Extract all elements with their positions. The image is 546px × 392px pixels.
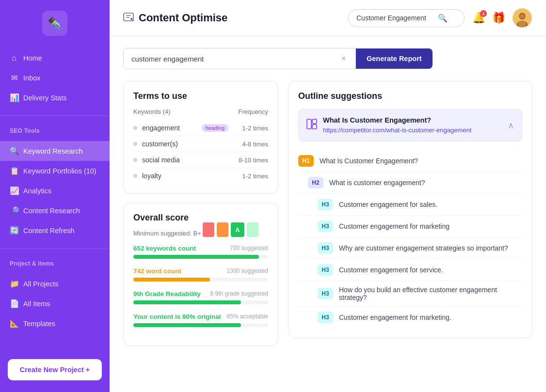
term-row: loyalty 1-2 times [133, 168, 268, 184]
h3-badge-2: H3 [318, 220, 333, 232]
create-project-button[interactable]: Create New Project + [8, 359, 102, 380]
sidebar-item-inbox-label: Inbox [23, 74, 40, 82]
terms-frequency-col: Frequency [239, 108, 268, 115]
metric-wordcount-value: 742 word count [133, 267, 181, 275]
term-frequency: 4-8 times [234, 141, 268, 148]
svg-rect-7 [307, 119, 311, 129]
content-search-box[interactable]: × [123, 48, 356, 69]
term-dot [133, 158, 137, 162]
sidebar-item-all-items-label: All Items [23, 300, 50, 308]
sidebar-divider-2 [0, 248, 110, 249]
topbar: Content Optimise 🔍 🔔 1 🎁 [110, 0, 546, 36]
sidebar-item-keyword-portfolios[interactable]: 📋 Keyword Portfolios (10) [0, 161, 110, 181]
metric-wordcount-suggested: 1300 suggested [227, 267, 268, 274]
clear-search-button[interactable]: × [339, 54, 348, 63]
sidebar-item-content-refresh-label: Content Refresh [23, 227, 75, 235]
metric-wordcount: 742 word count 1300 suggested [133, 267, 268, 282]
metric-original-bar [133, 323, 241, 327]
sidebar-item-analytics-label: Analytics [23, 187, 51, 195]
metric-wordcount-label: 742 word count 1300 suggested [133, 267, 268, 275]
metric-original-bar-bg [133, 323, 268, 327]
h3-badge-1: H3 [318, 199, 333, 210]
sidebar-item-delivery-stats[interactable]: 📊 Delivery Stats [0, 88, 110, 108]
sidebar-project-nav: 📁 All Projects 📄 All Items 📐 Templates [0, 270, 110, 337]
content-research-icon: 🔎 [10, 206, 18, 215]
sidebar-item-content-refresh[interactable]: 🔄 Content Refresh [0, 220, 110, 240]
topbar-search-box[interactable]: 🔍 [348, 9, 465, 27]
sidebar-item-portfolios-label: Keyword Portfolios (10) [23, 167, 96, 175]
sidebar-item-templates-label: Templates [23, 320, 55, 328]
home-icon: ⌂ [10, 54, 18, 63]
metric-keywords: 652 keywords count 700 suggested [133, 245, 268, 259]
heading-list: H1 What Is Customer Engagement? H2 What … [298, 150, 522, 328]
topbar-search-icon: 🔍 [438, 14, 448, 23]
notification-button[interactable]: 🔔 1 [472, 12, 485, 24]
term-dot [133, 142, 137, 146]
heading-item-h3-4: H3 Customer engagement for service. [298, 259, 522, 281]
terms-card-title: Terms to use [133, 91, 268, 101]
all-items-icon: 📄 [10, 299, 18, 308]
all-projects-icon: 📁 [10, 279, 18, 288]
sidebar-item-home[interactable]: ⌂ Home [0, 48, 110, 68]
h3-text-6: Customer engagement for marketing. [339, 314, 451, 321]
term-row: social media 8-10 times [133, 152, 268, 168]
metric-readability-suggested: 8-9th grade suggested [210, 290, 268, 297]
heading-item-h3-1: H3 Customer engagement for sales. [298, 194, 522, 216]
h3-text-2: Customer engagement for marketing [339, 222, 450, 230]
h1-text: What Is Customer Engagement? [320, 157, 418, 165]
topbar-search-input[interactable] [356, 14, 434, 22]
h3-text-1: Customer engagement for sales. [339, 201, 437, 208]
outline-source-url[interactable]: https://competitor.com/what-is-customer-… [323, 126, 471, 134]
right-column: Outline suggestions What Is Customer Eng… [288, 81, 532, 338]
term-badge-heading: heading [202, 124, 228, 132]
sidebar-item-all-projects[interactable]: 📁 All Projects [0, 274, 110, 294]
score-block-light [247, 222, 258, 237]
metric-keywords-value: 652 keywords count [133, 245, 196, 252]
metric-keywords-bar [133, 255, 259, 259]
metric-readability-bar-bg [133, 300, 268, 304]
analytics-icon: 📈 [10, 186, 18, 195]
term-frequency: 1-2 times [234, 125, 268, 132]
h3-badge-3: H3 [318, 242, 333, 254]
sidebar-bottom: Create New Project + [0, 349, 110, 392]
metric-readability-label: 9th Grade Readability 8-9th grade sugges… [133, 290, 268, 298]
page-title-icon [123, 12, 134, 25]
score-header: Overall score A [133, 213, 268, 223]
gift-button[interactable]: 🎁 [492, 12, 505, 24]
generate-report-button[interactable]: Generate Report [356, 48, 433, 69]
term-row: engagement heading 1-2 times [133, 120, 268, 136]
sidebar-item-content-research[interactable]: 🔎 Content Research [0, 201, 110, 220]
term-name: engagement [142, 124, 202, 132]
page-title-area: Content Optimise [123, 12, 340, 25]
h3-text-3: Why are customer engagement strategies s… [339, 244, 508, 252]
h2-text: What is customer engagement? [329, 179, 425, 187]
score-card-title: Overall score [133, 213, 268, 223]
svg-point-1 [130, 18, 132, 20]
outline-source-box: What Is Customer Engagement? https://com… [298, 109, 522, 141]
svg-point-5 [520, 14, 525, 19]
delivery-stats-icon: 📊 [10, 93, 18, 102]
sidebar-item-analytics[interactable]: 📈 Analytics [0, 181, 110, 201]
sidebar-divider-1 [0, 115, 110, 116]
metric-wordcount-bar [133, 278, 210, 282]
avatar-image [513, 9, 531, 27]
h3-badge-5: H3 [318, 288, 333, 299]
sidebar-item-keyword-research[interactable]: 🔍 Keyword Research [0, 141, 110, 161]
sidebar-logo: ✒️ [0, 0, 110, 45]
outline-source-title: What Is Customer Engagement? [323, 116, 471, 124]
content-refresh-icon: 🔄 [10, 226, 18, 235]
sidebar-item-all-items[interactable]: 📄 All Items [0, 294, 110, 314]
metric-original-suggested: 65% acceptable [227, 313, 268, 320]
term-row: customer(s) 4-8 times [133, 136, 268, 152]
sidebar-item-inbox[interactable]: ✉ Inbox [0, 68, 110, 88]
metric-keywords-suggested: 700 suggested [230, 245, 268, 251]
sidebar-item-templates[interactable]: 📐 Templates [0, 314, 110, 333]
notification-badge: 1 [480, 10, 487, 17]
terms-keywords-col: Keywords (4) [133, 108, 171, 115]
content-search-input[interactable] [131, 55, 339, 63]
outline-chevron-icon: ∧ [508, 120, 514, 131]
user-avatar[interactable] [512, 8, 532, 28]
templates-icon: 📐 [10, 319, 18, 328]
terms-card: Terms to use Keywords (4) Frequency enga… [123, 81, 278, 194]
term-dot [133, 174, 137, 178]
